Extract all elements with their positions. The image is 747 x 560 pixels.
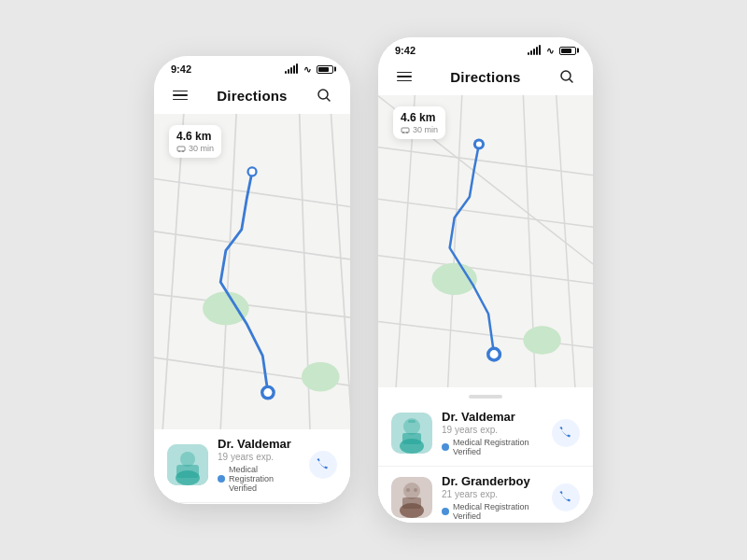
duration-value-small: 30 min [189, 144, 214, 153]
page-title-small: Directions [217, 88, 287, 104]
verified-dot-small [218, 475, 225, 483]
signal-icon-large [528, 46, 541, 55]
time-small: 9:42 [171, 63, 191, 75]
wifi-icon-large: ∿ [546, 46, 554, 56]
handle-bar [469, 395, 502, 399]
svg-rect-47 [408, 420, 416, 423]
doctor-info-valdemar-small: Dr. Valdemar 19 years exp. Medical Regis… [218, 437, 300, 493]
doctor-verified-granderboy-large: Medical Registration Verified [442, 502, 543, 521]
svg-point-15 [263, 388, 272, 397]
call-button-granderboy-large[interactable] [552, 483, 580, 511]
doctor-avatar-valdemar-small [167, 444, 208, 485]
doctor-exp-granderboy-large: 21 years exp. [442, 489, 543, 499]
search-button-large[interactable] [556, 65, 578, 88]
svg-line-26 [378, 199, 593, 227]
doctor-name-valdemar-small: Dr. Valdemar [218, 437, 300, 451]
svg-rect-46 [402, 433, 421, 444]
doctor-avatar-valdemar-large [391, 413, 432, 454]
svg-point-52 [406, 488, 410, 492]
verified-dot-valdemar [442, 443, 449, 451]
svg-line-1 [327, 98, 330, 101]
doctor-exp-valdemar-small: 19 years exp. [218, 452, 300, 462]
svg-point-42 [406, 132, 408, 133]
page-title-large: Directions [450, 69, 520, 85]
svg-point-49 [403, 483, 420, 499]
distance-value-large: 4.6 km [401, 111, 438, 124]
svg-point-11 [302, 362, 340, 392]
map-area-large: 4.6 km 30 min [378, 95, 593, 387]
doctor-info-valdemar-large: Dr. Valdemar 19 years exp. Medical Regis… [442, 410, 543, 456]
signal-icon-small [285, 64, 298, 74]
battery-icon-small [317, 65, 333, 74]
doctor-verified-valdemar-small: Medical Registration Verified [218, 465, 300, 493]
phone-large: 9:42 ∿ Directions [378, 37, 593, 523]
svg-point-13 [249, 169, 256, 175]
svg-rect-51 [402, 497, 421, 509]
svg-point-17 [178, 150, 180, 152]
status-bar-small: 9:42 ∿ [154, 56, 350, 78]
svg-rect-40 [402, 128, 409, 133]
status-icons-small: ∿ [285, 64, 333, 75]
nav-bar-large: Directions [378, 60, 593, 95]
search-button-small[interactable] [313, 84, 335, 106]
wifi-icon-small: ∿ [303, 64, 311, 75]
verified-dot-granderboy [442, 508, 449, 515]
bottom-sheet-small: Dr. Valdemar 19 years exp. Medical Regis… [154, 429, 350, 504]
doctor-name-valdemar-large: Dr. Valdemar [442, 410, 543, 424]
call-button-valdemar-large[interactable] [552, 419, 580, 447]
doctor-card-valdemar-large[interactable]: Dr. Valdemar 19 years exp. Medical Regis… [378, 402, 593, 467]
svg-line-4 [154, 293, 350, 319]
sheet-handle-large [378, 387, 593, 402]
svg-point-20 [180, 452, 195, 467]
svg-point-10 [203, 291, 249, 325]
call-button-valdemar-small[interactable] [309, 451, 337, 479]
svg-line-24 [570, 79, 572, 82]
doctor-info-granderboy-large: Dr. Granderboy 21 years exp. Medical Reg… [442, 474, 543, 521]
doctor-card-granderboy-large[interactable]: Dr. Granderboy 21 years exp. Medical Reg… [378, 467, 593, 523]
phone-small: 9:42 ∿ Directions [154, 56, 350, 504]
svg-line-6 [162, 114, 184, 429]
svg-line-27 [378, 256, 593, 284]
svg-rect-16 [177, 147, 185, 151]
doctor-card-valdemar-small[interactable]: Dr. Valdemar 19 years exp. Medical Regis… [154, 429, 350, 503]
status-icons-large: ∿ [528, 46, 576, 56]
doctor-verified-valdemar-large: Medical Registration Verified [442, 438, 543, 456]
hamburger-button-small[interactable] [169, 84, 191, 106]
distance-badge-small: 4.6 km 30 min [169, 125, 221, 158]
doctor-avatar-granderboy-large [391, 477, 432, 518]
svg-point-39 [490, 350, 499, 358]
svg-point-35 [523, 326, 560, 354]
svg-line-3 [154, 230, 350, 261]
svg-point-18 [182, 150, 184, 152]
battery-icon-large [559, 47, 576, 55]
svg-line-2 [154, 177, 350, 209]
distance-badge-large: 4.6 km 30 min [393, 106, 445, 139]
doctor-exp-valdemar-large: 19 years exp. [442, 425, 543, 435]
map-area-small: 4.6 km 30 min [154, 114, 350, 429]
time-large: 9:42 [395, 45, 416, 56]
svg-point-53 [414, 488, 417, 492]
doctor-name-granderboy-large: Dr. Granderboy [442, 474, 543, 488]
svg-point-37 [476, 141, 482, 147]
svg-point-41 [402, 132, 404, 133]
hamburger-button-large[interactable] [393, 65, 416, 88]
bottom-sheet-large: Dr. Valdemar 19 years exp. Medical Regis… [378, 387, 593, 523]
status-bar-large: 9:42 ∿ [378, 37, 593, 60]
nav-bar-small: Directions [154, 78, 350, 114]
distance-value-small: 4.6 km [176, 130, 214, 143]
svg-rect-22 [176, 465, 199, 478]
duration-value-large: 30 min [413, 125, 438, 134]
svg-line-28 [378, 321, 593, 347]
